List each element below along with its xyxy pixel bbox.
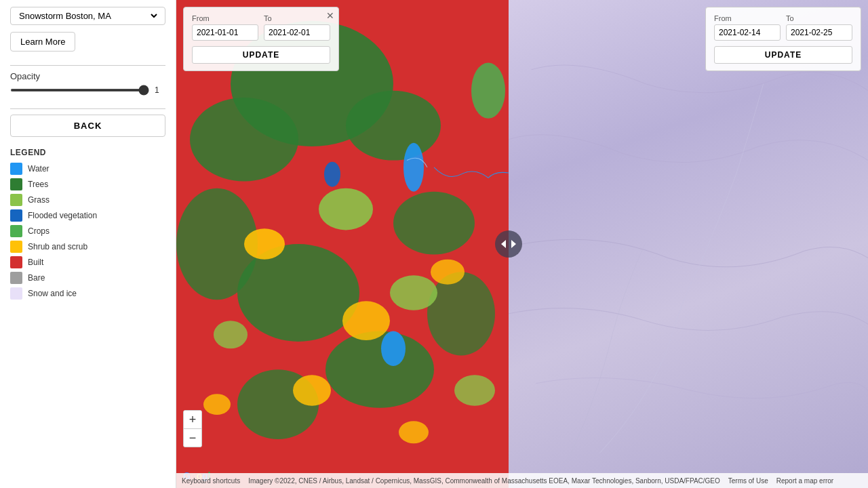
legend-item: Built (10, 256, 165, 268)
close-left-panel-button[interactable]: ✕ (326, 11, 334, 20)
back-button[interactable]: BACK (10, 115, 165, 137)
svg-point-12 (214, 321, 248, 348)
from-field-right: From (714, 14, 781, 41)
sidebar: Snowstorm Boston, MAOther Event Learn Mo… (0, 0, 176, 488)
legend-color-swatch (10, 256, 22, 268)
update-left-button[interactable]: UPDATE (192, 46, 330, 64)
legend-item-label: Crops (28, 226, 50, 236)
legend-item: Water (10, 163, 165, 175)
zoom-controls: + − (183, 410, 202, 447)
zoom-out-button[interactable]: − (184, 429, 201, 447)
svg-point-21 (381, 331, 406, 366)
legend-item-label: Grass (28, 195, 50, 205)
legend-color-swatch (10, 272, 22, 284)
opacity-value: 1 (155, 85, 165, 95)
right-terrain (509, 0, 868, 488)
event-dropdown-container[interactable]: Snowstorm Boston, MAOther Event (10, 7, 165, 25)
legend-color-swatch (10, 163, 22, 175)
svg-rect-0 (176, 0, 509, 488)
to-field-right: To (786, 14, 852, 41)
svg-point-2 (190, 98, 298, 181)
update-right-button[interactable]: UPDATE (714, 46, 852, 64)
to-date-right[interactable] (786, 24, 852, 41)
svg-point-9 (237, 369, 319, 439)
from-date-right[interactable] (714, 24, 781, 41)
attribution-text: Imagery ©2022, CNES / Airbus, Landsat / … (248, 477, 720, 485)
keyboard-shortcuts-link[interactable]: Keyboard shortcuts (182, 477, 240, 485)
legend-item-label: Built (28, 258, 43, 267)
opacity-slider[interactable] (10, 89, 149, 92)
legend-color-swatch (10, 194, 22, 206)
terms-of-use-link[interactable]: Terms of Use (728, 477, 768, 485)
zoom-in-button[interactable]: + (184, 411, 201, 428)
legend-item: Trees (10, 178, 165, 190)
opacity-label: Opacity (10, 71, 165, 81)
svg-point-15 (342, 301, 390, 340)
from-label-right: From (714, 14, 781, 22)
svg-point-5 (237, 244, 359, 342)
map-right (509, 0, 868, 488)
legend-item: Crops (10, 225, 165, 237)
from-field-left: From (192, 14, 258, 41)
legend-item-label: Flooded vegetation (28, 211, 97, 220)
to-label-right: To (786, 14, 852, 22)
attribution-bar: Keyboard shortcuts Imagery ©2022, CNES /… (176, 473, 868, 488)
svg-point-16 (431, 260, 465, 285)
legend-item: Snow and ice (10, 287, 165, 300)
learn-more-button[interactable]: Learn More (10, 32, 75, 52)
opacity-slider-row: 1 (10, 85, 165, 95)
svg-marker-25 (511, 240, 516, 248)
legend-item: Flooded vegetation (10, 209, 165, 222)
date-panel-row-left: From To (192, 14, 330, 41)
legend-item: Shrub and scrub (10, 241, 165, 253)
legend-item-label: Snow and ice (28, 289, 77, 298)
svg-point-7 (427, 272, 495, 355)
svg-point-19 (203, 394, 231, 415)
legend-items: WaterTreesGrassFlooded vegetationCropsSh… (10, 163, 165, 300)
divider-1 (10, 65, 165, 66)
legend-item: Grass (10, 194, 165, 206)
svg-point-3 (346, 91, 441, 161)
legend-item-label: Trees (28, 180, 48, 189)
legend-item: Bare (10, 272, 165, 284)
svg-point-18 (399, 421, 429, 443)
legend-item-label: Bare (28, 273, 45, 283)
svg-marker-24 (501, 240, 506, 248)
divider-2 (10, 108, 165, 109)
left-date-panel: ✕ From To UPDATE (183, 7, 339, 71)
svg-point-13 (454, 375, 495, 405)
from-date-left[interactable] (192, 24, 258, 41)
event-dropdown[interactable]: Snowstorm Boston, MAOther Event (16, 10, 159, 22)
map-container: ✕ From To UPDATE From To UPDATE (176, 0, 868, 488)
svg-point-20 (403, 143, 424, 192)
right-date-panel: From To UPDATE (705, 7, 861, 71)
map-splitter-handle[interactable] (495, 230, 522, 258)
svg-point-17 (293, 375, 331, 405)
svg-point-6 (393, 192, 475, 255)
opacity-section: Opacity 1 (10, 71, 165, 95)
svg-point-22 (471, 63, 505, 119)
legend-item-label: Shrub and scrub (28, 242, 87, 251)
svg-point-4 (176, 188, 258, 300)
legend-item-label: Water (28, 164, 50, 174)
legend-color-swatch (10, 225, 22, 237)
report-map-error-link[interactable]: Report a map error (776, 477, 833, 485)
legend-title: LEGEND (10, 148, 165, 157)
to-field-left: To (264, 14, 330, 41)
legend-color-swatch (10, 287, 22, 300)
svg-point-14 (244, 228, 285, 259)
legend-color-swatch (10, 209, 22, 222)
svg-point-11 (390, 275, 437, 310)
to-date-left[interactable] (264, 24, 330, 41)
svg-point-23 (324, 162, 340, 187)
map-left (176, 0, 509, 488)
svg-point-10 (319, 188, 373, 230)
from-label-left: From (192, 14, 258, 22)
to-label-left: To (264, 14, 330, 22)
date-panel-row-right: From To (714, 14, 852, 41)
legend-color-swatch (10, 241, 22, 253)
legend-color-swatch (10, 178, 22, 190)
svg-point-8 (326, 331, 434, 408)
